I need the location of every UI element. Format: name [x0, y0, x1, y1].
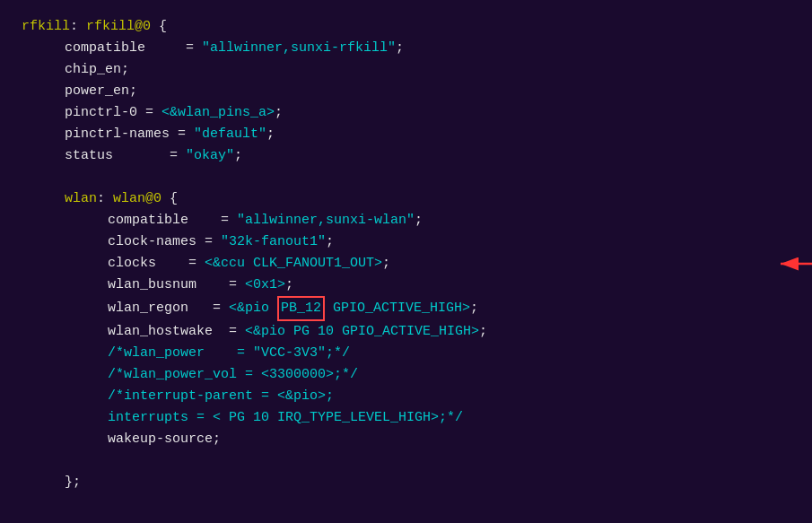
code-editor: rfkill: rfkill@0 { compatible = "allwinn… — [22, 16, 790, 493]
wlan-node: wlan@0 — [113, 188, 162, 210]
line-status: status = "okay"; — [22, 145, 790, 167]
line-clock-names: clock-names = "32k-fanout1"; — [22, 231, 790, 253]
line-wlan-hostwake: wlan_hostwake = <&pio PG 10 GPIO_ACTIVE_… — [22, 321, 790, 343]
annotation-arrow — [772, 255, 773, 256]
line-comment-interrupts: interrupts = < PG 10 IRQ_TYPE_LEVEL_HIGH… — [22, 407, 790, 429]
line-pinctrl-names: pinctrl-names = "default"; — [22, 124, 790, 145]
line-chip-en: chip_en; — [22, 59, 790, 81]
line-close-rfkill: }; — [22, 472, 790, 493]
line-rfkill-header: rfkill: rfkill@0 { — [22, 16, 790, 38]
rfkill-node: rfkill@0 — [86, 16, 151, 38]
line-wlan-regon: wlan_regon = <&pio PB_12 GPIO_ACTIVE_HIG… — [22, 296, 790, 321]
line-pinctrl0: pinctrl-0 = <&wlan_pins_a>; — [22, 102, 790, 124]
line-wlan-header: wlan: wlan@0 { — [22, 188, 790, 210]
line-wlan-compatible: compatible = "allwinner,sunxi-wlan"; — [22, 210, 790, 231]
line-power-en: power_en; — [22, 81, 790, 102]
line-comment-wlan-power-vol: /*wlan_power_vol = <3300000>;*/ — [22, 364, 790, 386]
rfkill-label: rfkill — [22, 16, 70, 38]
wlan-label: wlan — [65, 188, 97, 210]
line-comment-interrupt-parent: /*interrupt-parent = <&pio>; — [22, 386, 790, 407]
line-wlan-busnum: wlan_busnum = <0x1>; — [22, 275, 790, 296]
pb12-highlight: PB_12 — [277, 296, 325, 321]
line-wakeup-source: wakeup-source; — [22, 429, 790, 450]
line-clocks: clocks = <&ccu CLK_FANOUT1_OUT>; — [22, 253, 790, 275]
line-rfkill-compatible: compatible = "allwinner,sunxi-rfkill"; — [22, 38, 790, 59]
line-comment-wlan-power: /*wlan_power = "VCC-3V3";*/ — [22, 343, 790, 364]
line-blank-1 — [22, 167, 790, 188]
line-blank-2 — [22, 450, 790, 472]
